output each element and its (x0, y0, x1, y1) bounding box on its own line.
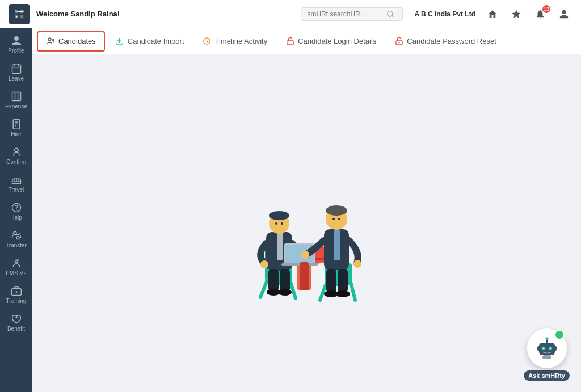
sidebar-item-leave[interactable]: Leave (0, 58, 32, 86)
tab-candidates[interactable]: Candidates (37, 31, 105, 52)
tab-candidates-label: Candidates (58, 37, 96, 45)
sidebar-item-pms[interactable]: PMS V2 (0, 253, 32, 281)
svg-rect-83 (537, 346, 540, 351)
sidebar-item-benefit[interactable]: Benefit (0, 309, 32, 336)
header-icons: 13 (485, 6, 572, 22)
svg-point-54 (260, 260, 268, 268)
sidebar-item-expense[interactable]: Expense (0, 86, 32, 114)
main-layout: Profile Leave Expense Hire Confirm Trave… (0, 28, 581, 392)
home-button[interactable] (485, 6, 500, 22)
sidebar-item-confirm[interactable]: Confirm (0, 142, 32, 170)
tab-candidate-import[interactable]: Candidate Import (107, 32, 192, 50)
svg-point-67 (332, 218, 335, 220)
search-box[interactable] (301, 7, 403, 21)
company-name: A B C India Pvt Ltd (414, 10, 475, 18)
interview-illustration (216, 133, 398, 314)
sidebar-label-pms: PMS V2 (6, 270, 27, 276)
favorites-button[interactable] (508, 6, 524, 22)
candidates-tab-icon (46, 37, 55, 46)
svg-rect-56 (268, 269, 279, 292)
sidebar-label-help: Help (10, 214, 22, 221)
tab-bar: Candidates Candidate Import Timeline Act… (32, 28, 581, 54)
chatbot-widget[interactable]: Ask smHRty (524, 328, 570, 381)
svg-point-69 (301, 251, 309, 259)
sidebar: Profile Leave Expense Hire Confirm Trave… (0, 28, 32, 392)
svg-point-66 (326, 205, 347, 216)
tab-candidate-login[interactable]: Candidate Login Details (277, 32, 384, 50)
svg-point-79 (542, 348, 544, 349)
chatbot-label: Ask smHRty (524, 370, 570, 381)
svg-rect-6 (12, 92, 20, 101)
svg-point-82 (545, 338, 548, 340)
svg-rect-57 (280, 269, 290, 292)
svg-rect-2 (12, 65, 20, 73)
svg-line-43 (320, 282, 327, 300)
app-logo (9, 4, 30, 24)
svg-line-44 (351, 282, 355, 300)
svg-rect-14 (12, 182, 20, 183)
svg-point-74 (335, 290, 350, 297)
login-tab-icon (285, 37, 294, 46)
tab-candidate-login-label: Candidate Login Details (298, 37, 376, 45)
main-content (32, 54, 581, 392)
tab-candidate-password-label: Candidate Password Reset (407, 37, 496, 45)
svg-rect-9 (13, 120, 20, 129)
svg-rect-85 (542, 355, 551, 359)
svg-point-51 (269, 211, 289, 220)
sidebar-item-hire[interactable]: Hire (0, 114, 32, 142)
svg-point-52 (275, 222, 277, 225)
user-menu-button[interactable] (556, 6, 572, 22)
tab-timeline-label: Timeline Activity (215, 37, 268, 45)
notifications-button[interactable]: 13 (532, 6, 548, 22)
svg-point-27 (52, 39, 54, 41)
sidebar-label-expense: Expense (5, 103, 27, 109)
password-tab-icon (394, 37, 403, 46)
svg-point-70 (353, 260, 361, 268)
svg-point-0 (388, 11, 393, 16)
svg-point-80 (549, 348, 551, 349)
svg-rect-30 (287, 41, 293, 45)
svg-line-39 (290, 280, 296, 298)
svg-rect-72 (338, 269, 348, 293)
svg-rect-71 (326, 269, 336, 293)
notification-badge: 13 (542, 5, 550, 13)
sidebar-item-travel[interactable]: Travel (0, 170, 32, 197)
svg-line-38 (260, 280, 267, 297)
sidebar-label-leave: Leave (9, 75, 24, 82)
svg-point-32 (399, 42, 399, 43)
tab-candidate-password[interactable]: Candidate Password Reset (386, 32, 504, 50)
search-icon (386, 10, 394, 18)
welcome-text: Welcome Sandip Raina! (36, 10, 301, 18)
sidebar-label-hire: Hire (11, 131, 21, 137)
svg-point-53 (281, 222, 283, 225)
import-tab-icon (115, 37, 124, 46)
sidebar-item-help[interactable]: Help (0, 197, 32, 225)
chatbot-icon (534, 336, 559, 361)
sidebar-label-transfer: Transfer (6, 242, 27, 248)
tab-candidate-import-label: Candidate Import (128, 37, 184, 45)
svg-rect-75 (300, 262, 309, 290)
tab-timeline-activity[interactable]: Timeline Activity (195, 32, 276, 50)
timeline-tab-icon (203, 37, 212, 46)
sidebar-item-training[interactable]: Training (0, 281, 32, 309)
search-input[interactable] (307, 10, 386, 18)
svg-point-18 (12, 204, 20, 212)
svg-rect-64 (334, 229, 340, 260)
svg-point-26 (48, 38, 51, 41)
sidebar-label-travel: Travel (9, 187, 24, 193)
chatbot-bubble[interactable] (527, 328, 567, 368)
content-area: Candidates Candidate Import Timeline Act… (32, 28, 581, 392)
svg-point-68 (338, 218, 340, 220)
sidebar-label-confirm: Confirm (6, 159, 26, 165)
sidebar-item-transfer[interactable]: Transfer (0, 225, 32, 253)
sidebar-label-training: Training (6, 298, 27, 304)
svg-rect-84 (554, 346, 557, 351)
svg-line-1 (392, 15, 394, 17)
sidebar-item-profile[interactable]: Profile (0, 31, 32, 58)
svg-point-21 (16, 237, 19, 239)
header: Welcome Sandip Raina! A B C India Pvt Lt… (0, 0, 581, 28)
svg-point-59 (278, 289, 292, 296)
sidebar-label-profile: Profile (8, 48, 24, 54)
sidebar-label-benefit: Benefit (7, 326, 25, 332)
